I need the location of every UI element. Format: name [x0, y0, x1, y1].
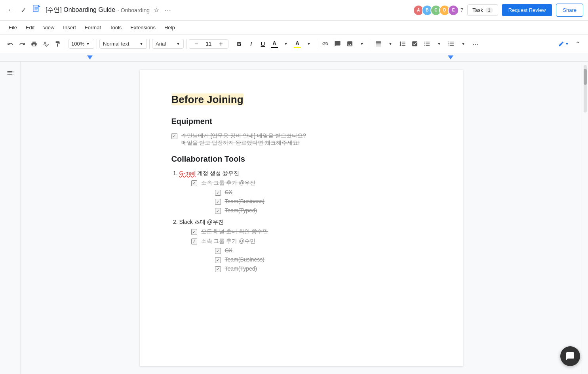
font-size-area: − + — [189, 39, 228, 49]
menu-file[interactable]: File — [5, 23, 21, 32]
toolbar: 100% ▼ Normal text ▼ Arial ▼ − + B I U A… — [0, 35, 588, 53]
checkbox-slack-2[interactable]: ✓ — [191, 239, 197, 244]
line-spacing-button[interactable] — [397, 39, 408, 49]
bullets-button[interactable] — [421, 39, 433, 49]
link-button[interactable] — [320, 39, 331, 49]
italic-button[interactable]: I — [245, 39, 257, 49]
redo-button[interactable] — [17, 39, 28, 49]
undo-button[interactable] — [5, 39, 16, 49]
task-button[interactable]: Task 1 — [467, 4, 498, 16]
slack-subsubitem-business: ✓ Team(Business) — [215, 256, 431, 263]
more-toolbar-button[interactable]: ⋯ — [470, 39, 481, 49]
align-button[interactable] — [373, 39, 384, 49]
scrollbar-thumb[interactable] — [584, 69, 587, 85]
print-button[interactable] — [29, 39, 40, 49]
forward-button[interactable]: ✓ — [18, 4, 29, 16]
collab-heading: Collaboration Tools — [171, 155, 431, 164]
font-label: Arial — [156, 41, 166, 47]
gmail-subsubitem-business: ✓ Team(Business) — [215, 198, 431, 205]
avatars-group: A B C D E 7 — [413, 5, 463, 16]
toolbar-divider-5 — [231, 39, 231, 49]
star-button[interactable]: ☆ — [152, 6, 161, 15]
toolbar-divider-3 — [149, 39, 150, 49]
font-size-decrease-button[interactable]: − — [191, 40, 202, 48]
highlight-dropdown[interactable]: ▼ — [303, 42, 314, 46]
gmail-subitem-1-text: 소속 그룹 추가 @우진 — [201, 179, 256, 187]
font-size-increase-button[interactable]: + — [215, 40, 226, 48]
highlight-color-button[interactable]: A — [292, 39, 303, 49]
checkbox-slack-business[interactable]: ✓ — [215, 257, 221, 263]
numbered-dropdown[interactable]: ▼ — [458, 42, 469, 46]
menu-bar: File Edit View Insert Format Tools Exten… — [0, 21, 588, 35]
checkbox-gmail-1[interactable]: ✓ — [191, 180, 197, 186]
gmail-link[interactable]: G-mail — [179, 170, 196, 176]
edit-mode-button[interactable]: ▼ — [556, 39, 571, 49]
checkbox-gmail-business[interactable]: ✓ — [215, 199, 221, 205]
avatar: E — [448, 5, 459, 16]
scrollbar-track[interactable] — [584, 65, 587, 113]
more-options-button[interactable]: ⋯ — [163, 6, 173, 15]
font-select[interactable]: Arial ▼ — [152, 39, 184, 49]
collapse-toolbar-button[interactable]: ⌃ — [572, 39, 583, 49]
font-size-input[interactable] — [203, 41, 215, 47]
ruler — [0, 53, 588, 62]
collab-item-2: Slack 초대 @우진 ✓ 모든 채널 초대 확인 @수민 ✓ 소속 그룹 추… — [179, 219, 431, 272]
slack-business-text: Team(Business) — [225, 256, 265, 263]
task-count: 1 — [485, 8, 493, 13]
checkbox-slack-typed[interactable]: ✓ — [215, 266, 221, 272]
equipment-section: Equipment ✓ 수민님에게 [업무용 장비 안내] 메일을 받으셨나요?… — [171, 117, 431, 147]
doc-icon — [32, 5, 41, 16]
gmail-subsubitem-typed: ✓ Team(Typed) — [215, 207, 431, 214]
toolbar-divider-6 — [317, 39, 317, 49]
spell-check-button[interactable] — [40, 39, 51, 49]
paint-format-button[interactable] — [52, 39, 63, 49]
zoom-select[interactable]: 100% ▼ — [69, 39, 94, 49]
toolbar-divider-7 — [370, 39, 370, 49]
avatar-count: 7 — [461, 7, 463, 13]
share-button[interactable]: Share — [556, 4, 583, 17]
bullets-dropdown[interactable]: ▼ — [434, 42, 445, 46]
comment-button[interactable] — [332, 39, 343, 49]
menu-tools[interactable]: Tools — [106, 23, 126, 32]
checkbox-slack-1[interactable]: ✓ — [191, 229, 197, 235]
style-select[interactable]: Normal text ▼ — [99, 39, 147, 49]
slack-text: Slack 초대 @우진 — [179, 219, 224, 225]
checkbox-gmail-cx[interactable]: ✓ — [215, 190, 221, 196]
equipment-line-2: 메일을 받고 답장까지 완료했다면 체크해주세요! — [181, 139, 306, 147]
slack-subitem-1: ✓ 모든 채널 초대 확인 @수민 — [191, 228, 431, 235]
gmail-subsubitem-cx: ✓ CX — [215, 189, 431, 196]
image-dropdown[interactable]: ▼ — [356, 42, 367, 46]
menu-help[interactable]: Help — [160, 23, 179, 32]
image-button[interactable] — [344, 39, 356, 49]
doc-title: [수연] Onboarding Guide — [46, 6, 115, 14]
menu-edit[interactable]: Edit — [22, 23, 38, 32]
menu-extensions[interactable]: Extensions — [126, 23, 160, 32]
svg-rect-0 — [33, 5, 38, 11]
text-color-button[interactable]: A — [269, 39, 280, 49]
checkbox-gmail-typed[interactable]: ✓ — [215, 208, 221, 214]
checkbox-1[interactable]: ✓ — [171, 133, 177, 139]
outline-icon[interactable] — [4, 67, 17, 81]
slack-subsubitem-cx: ✓ CX — [215, 247, 431, 254]
request-review-button[interactable]: Request Review — [502, 4, 552, 16]
style-dropdown-icon: ▼ — [139, 42, 143, 46]
collab-item-1: G-mail 계정 생성 @우진 ✓ 소속 그룹 추가 @우진 ✓ — [179, 170, 431, 214]
highlight-bar — [294, 47, 301, 48]
text-color-dropdown[interactable]: ▼ — [280, 42, 291, 46]
gmail-subchecklist: ✓ 소속 그룹 추가 @우진 ✓ CX ✓ Team(Busi — [191, 179, 431, 214]
align-dropdown[interactable]: ▼ — [385, 42, 396, 46]
numbered-button[interactable] — [445, 39, 457, 49]
zoom-value: 100% — [71, 41, 84, 47]
ruler-left-indicator — [87, 55, 93, 59]
checklist-button[interactable] — [409, 39, 421, 49]
top-bar: ← ✓ [수연] Onboarding Guide · Onboarding ☆… — [0, 0, 588, 21]
underline-button[interactable]: U — [257, 39, 268, 49]
checkbox-slack-cx[interactable]: ✓ — [215, 248, 221, 254]
chat-fab-button[interactable] — [560, 346, 580, 366]
menu-view[interactable]: View — [39, 23, 58, 32]
menu-insert[interactable]: Insert — [59, 23, 80, 32]
bold-button[interactable]: B — [234, 39, 245, 49]
menu-format[interactable]: Format — [81, 23, 105, 32]
back-button[interactable]: ← — [5, 4, 17, 16]
toolbar-divider-1 — [66, 39, 66, 49]
